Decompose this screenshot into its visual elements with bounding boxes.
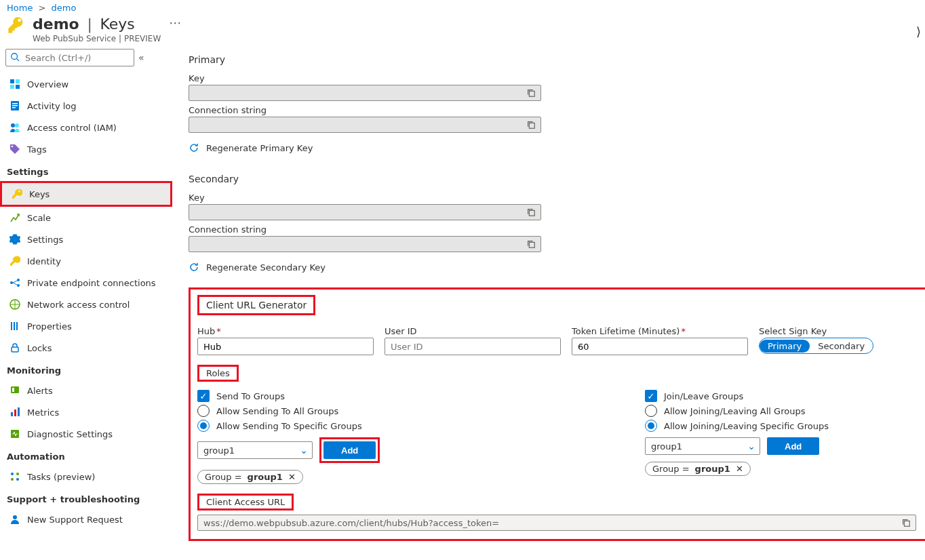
seg-secondary[interactable]: Secondary <box>810 340 873 353</box>
title-sep: | <box>87 16 92 33</box>
copy-icon[interactable] <box>524 237 538 251</box>
svg-point-30 <box>16 478 19 481</box>
secondary-key-field[interactable] <box>189 204 541 220</box>
client-access-url-value: wss://demo.webpubsub.azure.com/client/hu… <box>203 518 899 528</box>
group-pill-send: Group = group1 ✕ <box>197 470 303 484</box>
overview-icon <box>9 79 20 89</box>
copy-icon[interactable] <box>524 86 538 100</box>
remove-pill-icon[interactable]: ✕ <box>288 472 296 482</box>
pill-prefix: Group = <box>205 472 242 482</box>
svg-rect-21 <box>11 386 19 393</box>
access-control-icon <box>9 122 20 133</box>
checkbox-join-leave-groups[interactable]: ✓ <box>645 390 657 402</box>
sidebar-item-network-access[interactable]: Network access control <box>5 294 167 315</box>
sidebar-item-access-control[interactable]: Access control (IAM) <box>5 117 167 138</box>
sidebar-item-overview[interactable]: Overview <box>5 73 167 95</box>
svg-rect-7 <box>12 103 18 104</box>
primary-conn-field[interactable] <box>189 117 541 133</box>
label-key-secondary: Key <box>189 193 925 203</box>
svg-rect-25 <box>18 407 20 416</box>
page-title: demo | Keys <box>33 16 161 33</box>
svg-point-29 <box>11 478 14 481</box>
combo-value: group1 <box>203 445 235 456</box>
userid-input[interactable] <box>385 338 561 355</box>
rad-join-spec-label: Allow Joining/Leaving Specific Groups <box>664 421 829 431</box>
lifetime-input[interactable] <box>572 338 748 355</box>
search-field[interactable] <box>24 52 130 64</box>
sidebar-item-keys[interactable]: Keys <box>2 183 170 205</box>
breadcrumb-home[interactable]: Home <box>7 3 33 13</box>
signkey-toggle[interactable]: Primary Secondary <box>759 338 873 354</box>
radio-send-all[interactable] <box>197 405 210 417</box>
metrics-icon <box>9 407 20 418</box>
client-access-url-field[interactable]: wss://demo.webpubsub.azure.com/client/hu… <box>197 515 916 531</box>
copy-icon[interactable] <box>524 205 538 219</box>
group-combo-join[interactable]: group1 ⌄ <box>645 437 760 455</box>
radio-join-all[interactable] <box>645 405 657 417</box>
chevron-right-icon[interactable]: ⟩ <box>916 24 921 39</box>
client-access-url-title: Client Access URL <box>197 494 294 511</box>
sidebar-item-support[interactable]: New Support Request <box>5 508 167 530</box>
search-input[interactable] <box>5 49 134 66</box>
collapse-sidebar-icon[interactable]: « <box>138 52 144 63</box>
generator-title: Client URL Generator <box>197 295 315 315</box>
sidebar-item-activity-log[interactable]: Activity log <box>5 95 167 117</box>
copy-icon[interactable] <box>899 516 913 529</box>
group-combo-send[interactable]: group1 ⌄ <box>197 441 313 459</box>
chevron-down-icon: ⌄ <box>747 441 755 452</box>
radio-join-specific[interactable] <box>645 420 657 432</box>
label-lifetime: Token Lifetime (Minutes)* <box>572 326 748 336</box>
section-secondary: Secondary <box>189 174 925 184</box>
checkbox-send-to-groups[interactable]: ✓ <box>197 390 210 402</box>
svg-point-15 <box>17 284 20 287</box>
firewall-icon <box>9 299 20 310</box>
sidebar-item-tasks[interactable]: Tasks (preview) <box>5 466 167 487</box>
sidebar-item-scale[interactable]: Scale <box>5 207 167 228</box>
scale-icon <box>9 212 20 223</box>
search-icon <box>10 52 20 64</box>
sidebar-item-identity[interactable]: Identity <box>5 250 167 272</box>
secondary-conn-field[interactable] <box>189 236 541 252</box>
seg-primary[interactable]: Primary <box>760 340 810 353</box>
more-icon[interactable]: ⋯ <box>169 16 181 31</box>
key-icon <box>7 16 26 35</box>
pill-value: group1 <box>248 472 283 482</box>
sidebar-item-alerts[interactable]: Alerts <box>5 380 167 401</box>
primary-key-field[interactable] <box>189 85 541 101</box>
sidebar-item-metrics[interactable]: Metrics <box>5 401 167 423</box>
roles-send-column: ✓ Send To Groups Allow Sending To All Gr… <box>197 387 455 484</box>
sidebar-item-tags[interactable]: Tags <box>5 138 167 160</box>
sidebar-item-label: Settings <box>27 235 63 245</box>
svg-rect-22 <box>12 388 14 392</box>
radio-send-specific[interactable] <box>197 420 210 432</box>
sidebar-item-settings[interactable]: Settings <box>5 228 167 250</box>
sidebar-item-label: Private endpoint connections <box>27 278 156 288</box>
pill-prefix: Group = <box>652 464 690 474</box>
title-blade: Keys <box>100 16 134 33</box>
sidebar-item-diagnostic[interactable]: Diagnostic Settings <box>5 423 167 445</box>
remove-pill-icon[interactable]: ✕ <box>736 464 743 474</box>
group-pill-join: Group = group1 ✕ <box>645 462 751 476</box>
svg-point-13 <box>10 281 13 284</box>
sidebar-item-locks[interactable]: Locks <box>5 337 167 359</box>
sidebar-item-properties[interactable]: Properties <box>5 315 167 337</box>
svg-rect-3 <box>16 79 20 83</box>
sidebar-item-label: Diagnostic Settings <box>27 429 113 439</box>
svg-rect-35 <box>529 242 534 247</box>
regen-secondary-button[interactable]: Regenerate Secondary Key <box>189 262 925 273</box>
label-hub: Hub* <box>197 326 374 336</box>
add-join-group-button[interactable]: Add <box>767 437 819 455</box>
refresh-icon <box>189 142 199 153</box>
copy-icon[interactable] <box>524 118 538 132</box>
combo-value: group1 <box>651 441 682 452</box>
sidebar: « Overview Activity log Access control (… <box>0 49 172 555</box>
breadcrumb-current[interactable]: demo <box>52 3 77 13</box>
activity-log-icon <box>9 100 20 111</box>
nav-group-monitoring: Monitoring <box>5 359 167 380</box>
add-send-group-button[interactable]: Add <box>323 441 376 459</box>
sidebar-item-private-endpoint[interactable]: Private endpoint connections <box>5 272 167 294</box>
hub-input[interactable] <box>197 338 374 355</box>
sidebar-item-label: Tasks (preview) <box>27 472 95 482</box>
regen-primary-button[interactable]: Regenerate Primary Key <box>189 142 925 153</box>
svg-point-28 <box>16 473 19 475</box>
